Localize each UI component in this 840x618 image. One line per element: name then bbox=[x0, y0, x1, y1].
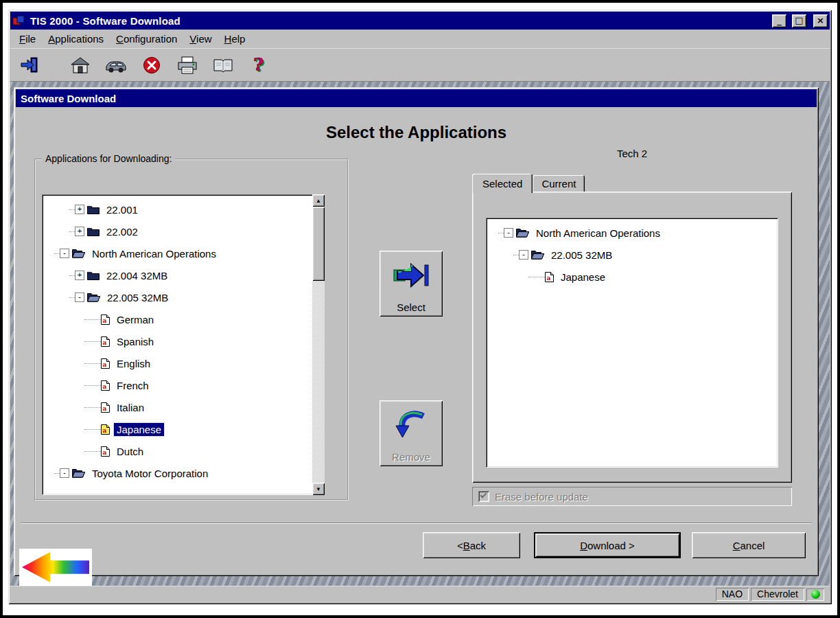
expand-icon[interactable]: + bbox=[75, 205, 84, 214]
status-brand: Chevrolet bbox=[751, 588, 804, 601]
scroll-up-icon[interactable]: ▲ bbox=[312, 194, 325, 207]
rainbow-back-arrow-box[interactable] bbox=[19, 549, 92, 586]
manuals-icon[interactable] bbox=[211, 54, 235, 77]
remove-arrow-icon bbox=[393, 400, 429, 451]
svg-text:a: a bbox=[103, 317, 107, 323]
tree-label[interactable]: 22.005 32MB bbox=[104, 291, 171, 304]
tree-label[interactable]: Japanese bbox=[114, 423, 164, 436]
tree-item-german[interactable]: aGerman bbox=[42, 308, 312, 330]
tab-selected[interactable]: Selected bbox=[472, 174, 533, 193]
folder-open-icon bbox=[516, 228, 529, 238]
tab-current[interactable]: Current bbox=[533, 175, 585, 192]
tree-item-dutch[interactable]: aDutch bbox=[42, 440, 312, 462]
tree-label[interactable]: Dutch bbox=[114, 445, 146, 458]
home-icon[interactable] bbox=[68, 54, 93, 77]
cancel-button[interactable]: Cancel bbox=[692, 532, 806, 558]
stop-icon[interactable] bbox=[139, 54, 164, 77]
tree-label[interactable]: Japanese bbox=[558, 271, 608, 284]
scrollbar-thumb[interactable] bbox=[312, 207, 325, 281]
tab-strip: Selected Current bbox=[472, 174, 585, 192]
app-icon bbox=[12, 14, 26, 27]
tree-item-22-004-32mb[interactable]: + 22.004 32MB bbox=[42, 264, 312, 286]
tree-indent bbox=[42, 451, 84, 452]
tree-label[interactable]: German bbox=[114, 313, 156, 326]
tree-label[interactable]: English bbox=[114, 357, 153, 370]
app-background: Software Download Select the Application… bbox=[10, 82, 830, 586]
tree-item-spanish[interactable]: aSpanish bbox=[42, 330, 312, 352]
tree-label[interactable]: Italian bbox=[114, 401, 147, 414]
vehicle-icon[interactable] bbox=[104, 54, 128, 77]
collapse-icon[interactable]: - bbox=[60, 249, 69, 258]
tree-connector bbox=[69, 297, 75, 298]
tree-indent bbox=[486, 277, 528, 277]
exit-icon[interactable] bbox=[17, 54, 42, 77]
svg-text:a: a bbox=[547, 274, 551, 281]
tree-item-english[interactable]: aEnglish bbox=[42, 352, 312, 374]
download-button[interactable]: Download > bbox=[534, 532, 681, 558]
tree-connector bbox=[69, 231, 75, 232]
menu-applications[interactable]: Applications bbox=[42, 30, 110, 47]
title-bar[interactable]: TIS 2000 - Software Download _ □ × bbox=[10, 12, 830, 30]
tree-label[interactable]: 22.005 32MB bbox=[548, 249, 615, 262]
tree-connector bbox=[84, 319, 101, 320]
tree-item-22-005-32mb[interactable]: - 22.005 32MB bbox=[42, 286, 312, 308]
tree-item-22-005-32mb[interactable]: - 22.005 32MB bbox=[486, 244, 778, 266]
tree-item-japanese[interactable]: aJapanese bbox=[486, 266, 778, 288]
checkmark-icon bbox=[480, 492, 487, 499]
tree-label[interactable]: 22.002 bbox=[104, 225, 141, 238]
tree-label[interactable]: French bbox=[114, 379, 152, 392]
tree-label[interactable]: North American Operations bbox=[89, 247, 219, 260]
tree-label[interactable]: 22.004 32MB bbox=[104, 269, 170, 282]
menu-file[interactable]: File bbox=[13, 30, 42, 47]
page-title: Select the Applications bbox=[14, 123, 819, 142]
doc-icon: a bbox=[101, 336, 110, 347]
tree-item-japanese[interactable]: aJapanese bbox=[42, 418, 312, 440]
collapse-icon[interactable]: - bbox=[75, 293, 84, 302]
minimize-icon[interactable]: _ bbox=[772, 14, 786, 27]
tree-item-22-002[interactable]: + 22.002 bbox=[42, 220, 312, 242]
tree-item-italian[interactable]: aItalian bbox=[42, 396, 312, 418]
help-icon[interactable]: ? ? bbox=[246, 54, 271, 77]
vertical-scrollbar[interactable]: ▲ ▼ bbox=[312, 194, 325, 495]
select-button[interactable]: Select bbox=[380, 251, 443, 317]
tree-item-north-american-operations[interactable]: - North American Operations bbox=[486, 222, 778, 244]
tree-item-toyota-motor-corporation[interactable]: - Toyota Motor Corporation bbox=[42, 462, 312, 484]
tree-connector bbox=[498, 233, 504, 233]
tree-label[interactable]: North American Operations bbox=[533, 227, 663, 240]
collapse-icon[interactable]: - bbox=[504, 228, 513, 238]
collapse-icon[interactable]: - bbox=[519, 250, 528, 260]
menu-help[interactable]: Help bbox=[218, 30, 252, 47]
tree-item-22-001[interactable]: + 22.001 bbox=[42, 198, 312, 220]
software-download-panel: Software Download Select the Application… bbox=[14, 87, 819, 576]
back-button[interactable]: < Back bbox=[423, 532, 520, 558]
tree-connector bbox=[84, 341, 101, 342]
collapse-icon[interactable]: - bbox=[60, 468, 69, 478]
scroll-down-icon[interactable]: ▼ bbox=[312, 483, 325, 495]
expand-icon[interactable]: + bbox=[75, 271, 84, 280]
tree-item-french[interactable]: aFrench bbox=[42, 374, 312, 396]
tree-label[interactable]: Toyota Motor Corporation bbox=[89, 467, 211, 480]
status-indicator bbox=[806, 588, 824, 601]
expand-icon[interactable]: + bbox=[75, 227, 84, 236]
doc-icon: a bbox=[545, 272, 554, 282]
erase-checkbox-label: Erase before update bbox=[495, 491, 588, 503]
panel-header: Software Download bbox=[16, 89, 817, 107]
tree-item-north-american-operations[interactable]: - North American Operations bbox=[42, 242, 312, 264]
menu-view[interactable]: View bbox=[183, 30, 218, 47]
folder-open-icon bbox=[72, 249, 85, 258]
menu-configuration[interactable]: Configuration bbox=[110, 30, 183, 47]
tree-connector bbox=[54, 253, 60, 254]
close-icon[interactable]: × bbox=[813, 14, 828, 27]
tree-label[interactable]: Spanish bbox=[114, 335, 156, 348]
selected-tree: - North American Operations- 22.005 32MB… bbox=[486, 218, 778, 468]
folder-closed-icon bbox=[87, 271, 100, 280]
svg-text:a: a bbox=[103, 339, 107, 345]
tree-label[interactable]: 22.001 bbox=[104, 203, 141, 216]
print-icon[interactable] bbox=[175, 54, 200, 77]
group-label: Applications for Downloading: bbox=[42, 153, 175, 164]
tree-connector bbox=[528, 277, 545, 277]
toolbar: ? ? bbox=[10, 49, 830, 82]
screenshot-frame: TIS 2000 - Software Download _ □ × File … bbox=[0, 0, 840, 618]
scrollbar-track[interactable] bbox=[312, 207, 325, 483]
maximize-icon[interactable]: □ bbox=[792, 14, 806, 27]
